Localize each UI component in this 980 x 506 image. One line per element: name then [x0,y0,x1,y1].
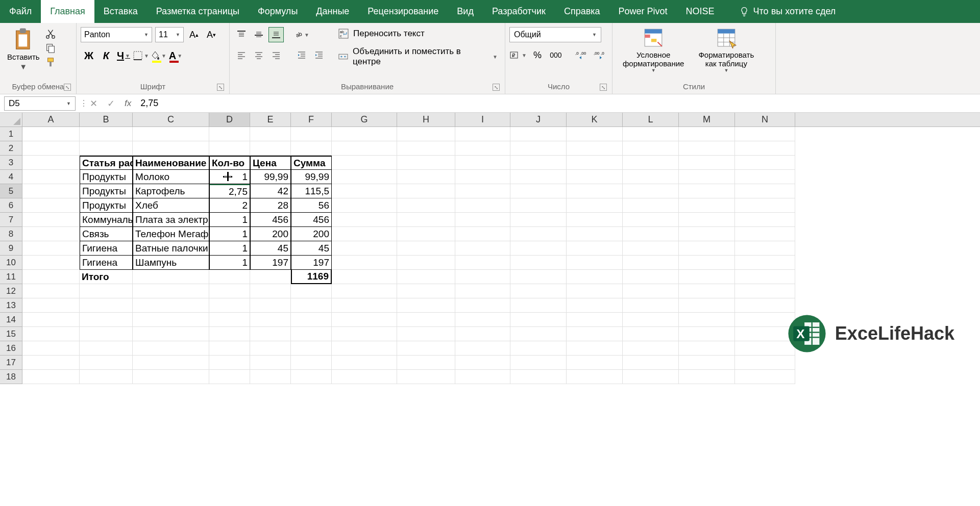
cell-G8[interactable] [332,227,397,241]
cell-D11[interactable] [209,270,250,284]
row-header-9[interactable]: 9 [0,241,22,256]
cell-G7[interactable] [332,213,397,227]
cell-L1[interactable] [623,127,679,141]
cell-B5[interactable]: Продукты [80,184,133,198]
cell-E15[interactable] [250,327,291,341]
cell-E9[interactable]: 45 [250,241,291,256]
cell-D6[interactable]: 2 [209,198,250,213]
cell-B13[interactable] [80,298,133,313]
increase-decimal-button[interactable]: ,0,00 [574,47,589,63]
cell-E13[interactable] [250,298,291,313]
cell-J5[interactable] [510,184,567,198]
cell-N5[interactable] [735,184,795,198]
cell-L8[interactable] [623,227,679,241]
cell-A3[interactable] [22,156,80,170]
cell-H18[interactable] [397,370,455,384]
cell-I15[interactable] [455,327,510,341]
cell-F12[interactable] [291,284,332,298]
cell-B2[interactable] [80,141,133,156]
tab-formulas[interactable]: Формулы [249,0,307,23]
cell-N4[interactable] [735,170,795,184]
cell-K6[interactable] [567,198,623,213]
tab-view[interactable]: Вид [448,0,483,23]
tab-help[interactable]: Справка [555,0,609,23]
cell-E11[interactable] [250,270,291,284]
cell-K10[interactable] [567,256,623,270]
tab-powerpivot[interactable]: Power Pivot [609,0,677,23]
cell-A12[interactable] [22,284,80,298]
cell-L13[interactable] [623,298,679,313]
cell-A13[interactable] [22,298,80,313]
col-header-L[interactable]: L [623,113,679,127]
cell-E2[interactable] [250,141,291,156]
cell-F9[interactable]: 45 [291,241,332,256]
cell-I17[interactable] [455,356,510,370]
decrease-font-button[interactable]: A▾ [204,28,218,42]
cell-M16[interactable] [679,341,735,356]
cell-C8[interactable]: Телефон Мегаф [133,227,209,241]
cell-D18[interactable] [209,370,250,384]
cell-K2[interactable] [567,141,623,156]
tab-noise[interactable]: NOISE [677,0,724,23]
cell-E16[interactable] [250,341,291,356]
col-header-H[interactable]: H [397,113,455,127]
cell-F13[interactable] [291,298,332,313]
cell-N10[interactable] [735,256,795,270]
cell-F2[interactable] [291,141,332,156]
cell-N6[interactable] [735,198,795,213]
wrap-text-button[interactable]: abcПереносить текст [335,27,501,40]
cell-C11[interactable] [133,270,209,284]
tab-page-layout[interactable]: Разметка страницы [147,0,249,23]
col-header-K[interactable]: K [567,113,623,127]
cell-I1[interactable] [455,127,510,141]
cell-J6[interactable] [510,198,567,213]
cell-C18[interactable] [133,370,209,384]
cell-M13[interactable] [679,298,735,313]
cell-M10[interactable] [679,256,735,270]
cell-H15[interactable] [397,327,455,341]
row-header-10[interactable]: 10 [0,256,22,270]
cell-B6[interactable]: Продукты [80,198,133,213]
cell-N9[interactable] [735,241,795,256]
cell-E4[interactable]: 99,99 [250,170,291,184]
row-header-8[interactable]: 8 [0,227,22,241]
name-box[interactable]: D5▼ [4,96,76,111]
cell-F7[interactable]: 456 [291,213,332,227]
row-header-11[interactable]: 11 [0,270,22,284]
cell-E14[interactable] [250,313,291,327]
row-header-7[interactable]: 7 [0,213,22,227]
align-center-button[interactable] [251,47,266,63]
cell-D2[interactable] [209,141,250,156]
cell-G5[interactable] [332,184,397,198]
cell-D10[interactable]: 1 [209,256,250,270]
tell-me-search[interactable]: Что вы хотите сдел [739,0,836,23]
cell-N1[interactable] [735,127,795,141]
cell-M8[interactable] [679,227,735,241]
cell-A11[interactable] [22,270,80,284]
cell-K1[interactable] [567,127,623,141]
accept-formula-button[interactable]: ✓ [102,96,119,111]
cell-F11[interactable]: 1169 [291,270,332,284]
col-header-E[interactable]: E [250,113,291,127]
cell-J15[interactable] [510,327,567,341]
cell-C1[interactable] [133,127,209,141]
cell-C9[interactable]: Ватные палочки [133,241,209,256]
cell-F1[interactable] [291,127,332,141]
cell-H3[interactable] [397,156,455,170]
borders-button[interactable]: ▼ [133,47,149,64]
cell-L2[interactable] [623,141,679,156]
cell-C7[interactable]: Плата за электр [133,213,209,227]
copy-icon[interactable] [45,42,56,54]
cell-E1[interactable] [250,127,291,141]
cell-F18[interactable] [291,370,332,384]
cell-H6[interactable] [397,198,455,213]
cell-G12[interactable] [332,284,397,298]
cell-F4[interactable]: 99,99 [291,170,332,184]
increase-indent-button[interactable] [311,47,327,63]
comma-button[interactable]: 000 [548,47,564,63]
cell-E17[interactable] [250,356,291,370]
cell-K14[interactable] [567,313,623,327]
cell-D5[interactable]: 2,75 [209,184,250,198]
merge-center-button[interactable]: Объединить и поместить в центре▼ [335,45,501,68]
cell-N7[interactable] [735,213,795,227]
